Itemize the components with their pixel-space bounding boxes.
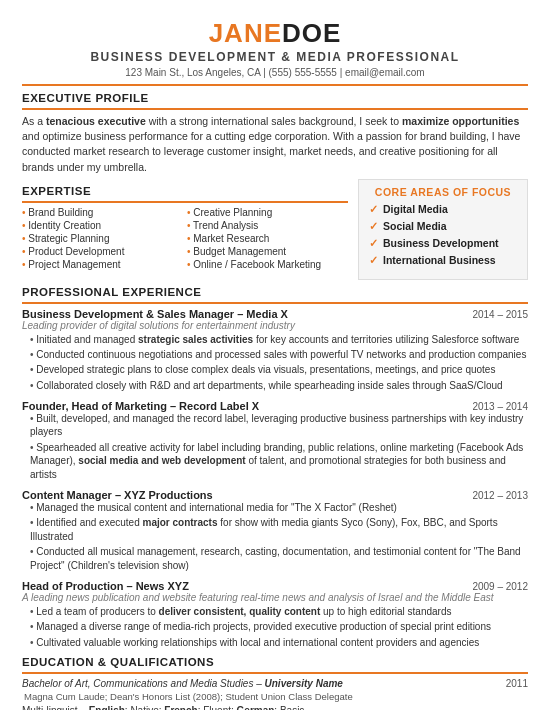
list-item: Project Management (22, 259, 183, 270)
executive-profile-title: EXECUTIVE PROFILE (22, 92, 528, 104)
job-subtitle-1: Leading provider of digital solutions fo… (22, 320, 528, 331)
degree-italic: Bachelor of Art, Communications and Medi… (22, 678, 343, 689)
degree-title: Bachelor of Art, Communications and Medi… (22, 678, 343, 689)
job-bullets-1: Initiated and managed strategic sales ac… (22, 333, 528, 393)
first-name: JANE (209, 18, 282, 48)
contact-info: 123 Main St., Los Angeles, CA | (555) 55… (22, 67, 528, 78)
header: JANEDOE BUSINESS DEVELOPMENT & MEDIA PRO… (22, 18, 528, 86)
list-item: Product Development (22, 246, 183, 257)
job-block-1: Business Development & Sales Manager – M… (22, 308, 528, 393)
exec-divider (22, 108, 528, 110)
bullet: Identified and executed major contracts … (30, 516, 528, 544)
job-title-row-1: Business Development & Sales Manager – M… (22, 308, 528, 320)
languages-label: Multi-linguist – English: Native; French… (22, 705, 304, 710)
exec-profile-text: As a tenacious executive with a strong i… (22, 114, 528, 175)
university-name: University Name (265, 678, 343, 689)
bold-text: major contracts (142, 517, 217, 528)
job-block-2: Founder, Head of Marketing – Record Labe… (22, 400, 528, 482)
expertise-list-2: Creative Planning Trend Analysis Market … (187, 207, 348, 272)
check-icon: ✓ (369, 254, 378, 267)
header-divider (22, 84, 528, 86)
bullet: Led a team of producers to deliver consi… (30, 605, 528, 619)
french-lang: French (164, 705, 197, 710)
job-date-2: 2013 – 2014 (472, 401, 528, 412)
professional-experience-section: PROFESSIONAL EXPERIENCE Business Develop… (22, 286, 528, 650)
job-title-4: Head of Production – News XYZ (22, 580, 189, 592)
expertise-section: EXPERTISE Brand Building Identity Creati… (22, 179, 348, 280)
prof-exp-title: PROFESSIONAL EXPERIENCE (22, 286, 528, 298)
job-bullets-2: Built, developed, and managed the record… (22, 412, 528, 482)
core-areas-section: CORE AREAS OF FOCUS ✓Digital Media ✓Soci… (358, 179, 528, 280)
prof-exp-divider (22, 302, 528, 304)
bullet: Developed strategic plans to close compl… (30, 363, 528, 377)
degree-year: 2011 (506, 678, 528, 689)
english-lang: English (89, 705, 125, 710)
core-areas-list: ✓Digital Media ✓Social Media ✓Business D… (369, 203, 517, 267)
bullet: Initiated and managed strategic sales ac… (30, 333, 528, 347)
job-block-4: Head of Production – News XYZ 2009 – 201… (22, 580, 528, 649)
job-title-row-2: Founder, Head of Marketing – Record Labe… (22, 400, 528, 412)
job-bullets-4: Led a team of producers to deliver consi… (22, 605, 528, 649)
last-name: DOE (282, 18, 341, 48)
job-title-row-4: Head of Production – News XYZ 2009 – 201… (22, 580, 528, 592)
check-icon: ✓ (369, 237, 378, 250)
job-title-row-3: Content Manager – XYZ Productions 2012 –… (22, 489, 528, 501)
job-title-2: Founder, Head of Marketing – Record Labe… (22, 400, 259, 412)
exec-profile-paragraph: As a tenacious executive with a strong i… (22, 114, 528, 175)
bullet: Conducted continuous negotiations and pr… (30, 348, 528, 362)
degree-sub: Magna Cum Laude; Dean's Honors List (200… (22, 691, 528, 702)
bold-text: deliver consistent, quality content (159, 606, 321, 617)
job-bullets-3: Managed the musical content and internat… (22, 501, 528, 573)
edu-divider (22, 672, 528, 674)
list-item: Market Research (187, 233, 348, 244)
job-date-1: 2014 – 2015 (472, 309, 528, 320)
full-name: JANEDOE (22, 18, 528, 49)
list-item: Creative Planning (187, 207, 348, 218)
education-section: EDUCATION & QUALIFICATIONS Bachelor of A… (22, 656, 528, 710)
list-item: Identity Creation (22, 220, 183, 231)
bullet: Cultivated valuable working relationship… (30, 636, 528, 650)
bullet: Built, developed, and managed the record… (30, 412, 528, 440)
bold-text: social media and web development (78, 455, 245, 466)
job-date-4: 2009 – 2012 (472, 581, 528, 592)
list-item: Strategic Planning (22, 233, 183, 244)
edu-degree-row: Bachelor of Art, Communications and Medi… (22, 678, 528, 689)
list-item: Brand Building (22, 207, 183, 218)
bold-text: strategic sales activities (138, 334, 253, 345)
core-area-item: ✓Social Media (369, 220, 517, 233)
job-title: BUSINESS DEVELOPMENT & MEDIA PROFESSIONA… (22, 50, 528, 64)
education-title: EDUCATION & QUALIFICATIONS (22, 656, 528, 668)
expertise-core-row: EXPERTISE Brand Building Identity Creati… (22, 179, 528, 280)
check-icon: ✓ (369, 203, 378, 216)
bullet: Spearheaded all creative activity for la… (30, 441, 528, 482)
bullet: Managed the musical content and internat… (30, 501, 528, 515)
job-title-3: Content Manager – XYZ Productions (22, 489, 213, 501)
core-area-item: ✓Digital Media (369, 203, 517, 216)
expertise-divider (22, 201, 348, 203)
tenacious-executive: tenacious executive (46, 115, 146, 127)
job-block-3: Content Manager – XYZ Productions 2012 –… (22, 489, 528, 573)
check-icon: ✓ (369, 220, 378, 233)
bullet: Collaborated closely with R&D and art de… (30, 379, 528, 393)
executive-profile-section: EXECUTIVE PROFILE As a tenacious executi… (22, 92, 528, 175)
german-lang: German (237, 705, 275, 710)
languages-row: Multi-linguist – English: Native; French… (22, 705, 528, 710)
list-item: Budget Management (187, 246, 348, 257)
bullet: Managed a diverse range of media-rich pr… (30, 620, 528, 634)
bullet: Conducted all musical management, resear… (30, 545, 528, 573)
list-item: Online / Facebook Marketing (187, 259, 348, 270)
expertise-list-1: Brand Building Identity Creation Strateg… (22, 207, 183, 272)
job-subtitle-4: A leading news publication and website f… (22, 592, 528, 603)
expertise-lists: Brand Building Identity Creation Strateg… (22, 207, 348, 272)
job-title-1: Business Development & Sales Manager – M… (22, 308, 288, 320)
core-areas-title: CORE AREAS OF FOCUS (369, 186, 517, 198)
job-date-3: 2012 – 2013 (472, 490, 528, 501)
list-item: Trend Analysis (187, 220, 348, 231)
core-area-item: ✓International Business (369, 254, 517, 267)
maximize-opportunities: maximize opportunities (402, 115, 519, 127)
core-area-item: ✓Business Development (369, 237, 517, 250)
expertise-title: EXPERTISE (22, 185, 348, 197)
